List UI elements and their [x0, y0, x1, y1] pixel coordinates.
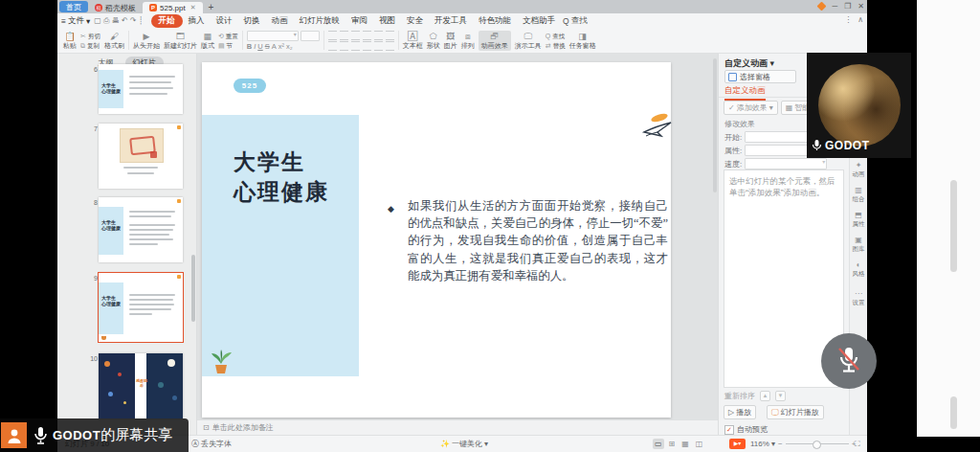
- slideshow-button[interactable]: 🖵 幻灯片播放: [767, 405, 824, 419]
- font-color-button[interactable]: A: [272, 42, 277, 51]
- add-effect-button[interactable]: ✓ 添加效果 ▾: [724, 101, 778, 115]
- notes-view-button[interactable]: ◫: [694, 439, 705, 449]
- tab-home-label: 首页: [66, 2, 81, 12]
- search-menu[interactable]: Q查找: [563, 15, 588, 27]
- zoom-slider[interactable]: [786, 443, 849, 444]
- picture-button[interactable]: 🖼图片: [444, 32, 457, 50]
- selection-pane-button[interactable]: 选择窗格: [724, 70, 796, 83]
- zoom-slider-knob[interactable]: [813, 441, 821, 449]
- layout-button[interactable]: ▦版式: [201, 32, 214, 50]
- menu-item-view[interactable]: 视图: [373, 14, 401, 28]
- rail-item-settings[interactable]: ⋯设置: [853, 289, 865, 307]
- slide-sorter-button[interactable]: ⊞: [667, 439, 678, 449]
- slide-thumbnail-10[interactable]: 感谢观看: [99, 353, 183, 418]
- font-name-select[interactable]: [247, 31, 299, 41]
- menu-item-features[interactable]: 特色功能: [473, 14, 517, 28]
- speed-select[interactable]: [745, 158, 827, 170]
- canvas-scrollbar[interactable]: [713, 58, 717, 192]
- auto-preview-checkbox[interactable]: ✓: [724, 425, 734, 435]
- mute-microphone-button[interactable]: [821, 333, 877, 389]
- panel-scrollbar[interactable]: [950, 396, 957, 429]
- zoom-level[interactable]: 116% ▾: [750, 440, 775, 448]
- file-menu[interactable]: ≡ 文件 ▾: [61, 15, 90, 27]
- play-animation-button[interactable]: ▷ 播放: [724, 405, 756, 419]
- menu-item-devtools[interactable]: 开发工具: [429, 14, 473, 28]
- move-up-button[interactable]: ▲: [760, 391, 770, 401]
- section-button[interactable]: ▤节: [218, 41, 238, 50]
- menu-item-transition[interactable]: 切换: [238, 14, 266, 28]
- missing-font-button[interactable]: Ⓐ丢失字体: [191, 439, 232, 449]
- rail-item-properties[interactable]: ⬒属性: [853, 211, 865, 229]
- new-slide-button[interactable]: 🗔新建幻灯片: [164, 32, 197, 50]
- arrange-button[interactable]: ⧈排列: [461, 32, 475, 50]
- play-from-start-button[interactable]: ▶从头开始: [133, 32, 160, 50]
- animation-effect-button[interactable]: 🗗动画效果: [479, 31, 511, 51]
- zoom-out-button[interactable]: −: [778, 440, 783, 448]
- italic-button[interactable]: I: [254, 42, 256, 51]
- normal-view-button[interactable]: ▭: [653, 439, 664, 449]
- fullscreen-icon[interactable]: ⛶: [855, 440, 860, 449]
- panel-scrollbar[interactable]: [950, 180, 957, 272]
- slide-paragraph[interactable]: 如果我们从生活的方方面面开始觉察，接纳自己的优点和缺点，关爱自己的身体，停止一切…: [408, 197, 668, 284]
- format-painter-button[interactable]: 🖌格式刷: [104, 32, 124, 50]
- reset-button[interactable]: ⟲重置: [218, 32, 238, 40]
- slide-thumbnail-6[interactable]: 大学生心理健康: [99, 64, 183, 114]
- font-size-select[interactable]: [301, 31, 320, 41]
- copy-button[interactable]: ⧉复制: [80, 41, 100, 50]
- rail-item-style[interactable]: ◐风格: [853, 260, 865, 279]
- minimize-icon[interactable]: ─: [832, 2, 837, 11]
- restore-icon[interactable]: ❐: [844, 2, 851, 11]
- menu-item-assistant[interactable]: 文档助手: [517, 14, 561, 28]
- pane-title[interactable]: 自定义动画 ▾: [724, 57, 774, 70]
- shape-button[interactable]: ⬠形状: [427, 32, 440, 50]
- cut-button[interactable]: ✂剪切: [80, 32, 100, 40]
- new-tab-button[interactable]: +: [209, 2, 214, 12]
- superscript-button[interactable]: x²: [278, 42, 284, 51]
- collapse-ribbon-icon[interactable]: ∧: [858, 15, 863, 24]
- tab-home[interactable]: 首页: [59, 1, 88, 12]
- beautify-button[interactable]: ✨一键美化 ▾: [440, 439, 488, 449]
- slide-thumbnail-8[interactable]: 大学生心理健康: [99, 197, 183, 262]
- participant-video-tile[interactable]: GODOT: [807, 53, 911, 158]
- subscript-button[interactable]: x₂: [286, 42, 293, 51]
- quick-access-toolbar[interactable]: ▢ ⎙ 🖶 ↶ ↷ ┊: [94, 16, 143, 26]
- paste-button[interactable]: 📋粘贴: [63, 32, 77, 50]
- tab-document[interactable]: P 525.ppt ✕: [143, 2, 203, 13]
- slideshow-play-button[interactable]: ▶▾: [729, 439, 746, 449]
- close-tab-icon[interactable]: ✕: [190, 4, 196, 11]
- menu-item-animation[interactable]: 动画: [266, 14, 294, 28]
- current-slide[interactable]: 525 大学生 心理健康 ◆: [202, 62, 671, 418]
- move-down-button[interactable]: ▼: [775, 391, 786, 401]
- find-button[interactable]: Q查找: [546, 32, 566, 40]
- rail-item-gallery[interactable]: ▣图库: [853, 236, 865, 254]
- close-icon[interactable]: ✕: [858, 2, 864, 11]
- rail-item-group[interactable]: ▥组合: [853, 186, 865, 204]
- slide-title[interactable]: 大学生 心理健康: [234, 147, 329, 206]
- field-label: 属性:: [724, 146, 742, 156]
- menu-item-design[interactable]: 设计: [211, 14, 238, 28]
- notes-bar[interactable]: ⊡ 单击此处添加备注: [197, 419, 718, 435]
- textbox-button[interactable]: 🄰文本框: [403, 32, 423, 50]
- sidebar-scrollbar[interactable]: [191, 255, 195, 322]
- slide-thumbnail-9-selected[interactable]: 大学生心理健康: [99, 273, 183, 342]
- menu-item-review[interactable]: 审阅: [345, 14, 373, 28]
- menu-item-security[interactable]: 安全: [401, 14, 429, 28]
- menu-item-insert[interactable]: 插入: [183, 14, 211, 28]
- paragraph-format-group[interactable]: [328, 31, 394, 51]
- task-pane-button[interactable]: ◨任务窗格: [569, 32, 596, 50]
- present-tools-button[interactable]: 🖵演示工具: [515, 32, 542, 50]
- underline-button[interactable]: U: [257, 42, 262, 51]
- member-gem-icon[interactable]: [817, 2, 827, 11]
- replace-button[interactable]: ⇄替换: [546, 41, 566, 50]
- strikethrough-button[interactable]: S: [265, 42, 270, 51]
- tab-templates[interactable]: 稻 稻壳模板: [88, 2, 143, 13]
- slide-thumbnail-7[interactable]: [99, 124, 183, 189]
- pane-tab-custom-animation[interactable]: 自定义动画: [724, 85, 766, 101]
- menu-item-home[interactable]: 开始: [151, 14, 183, 28]
- menu-item-slideshow[interactable]: 幻灯片放映: [294, 14, 346, 28]
- rail-item-animation[interactable]: ✦动画: [853, 161, 865, 179]
- reading-view-button[interactable]: ▦: [679, 439, 691, 449]
- bold-button[interactable]: B: [247, 42, 252, 51]
- more-icon[interactable]: ⋮: [844, 15, 852, 24]
- screen-share-banner[interactable]: GODOT的屏幕共享: [0, 418, 189, 452]
